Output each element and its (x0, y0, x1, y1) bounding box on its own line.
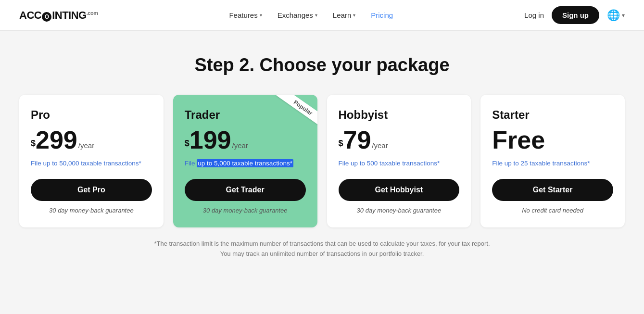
plan-description-pro: File up to 50,000 taxable transactions* (31, 159, 152, 168)
plan-card-pro: Pro $ 299 /year File up to 50,000 taxabl… (19, 95, 164, 227)
main-content: Step 2. Choose your package Pro $ 299 /y… (0, 31, 644, 273)
chevron-down-icon: ▾ (315, 13, 317, 18)
footnote: *The transaction limit is the maximum nu… (149, 239, 495, 259)
plan-description-starter: File up to 25 taxable transactions* (492, 159, 613, 168)
plan-period-trader: /year (232, 141, 248, 150)
get-hobbyist-button[interactable]: Get Hobbyist (339, 179, 460, 201)
plan-guarantee-hobbyist: 30 day money-back guarantee (339, 207, 460, 214)
plan-price-hobbyist: $ 79 /year (339, 127, 460, 152)
plan-card-hobbyist: Hobbyist $ 79 /year File up to 500 taxab… (327, 95, 471, 227)
plan-currency-hobbyist: $ (339, 138, 343, 149)
get-trader-button[interactable]: Get Trader (185, 179, 306, 201)
plan-guarantee-pro: 30 day money-back guarantee (31, 207, 152, 214)
plan-price-starter: Free (492, 127, 613, 152)
plan-guarantee-trader: 30 day money-back guarantee (185, 207, 306, 214)
plan-description-highlight: up to 5,000 taxable transactions* (197, 159, 293, 167)
plan-currency-trader: $ (185, 138, 189, 149)
chevron-down-icon: ▾ (622, 12, 625, 19)
plan-description-trader: File up to 5,000 taxable transactions* (185, 159, 306, 168)
plan-card-trader: Popular Trader $ 199 /year File up to 5,… (173, 95, 317, 227)
plan-period-hobbyist: /year (372, 141, 388, 150)
get-pro-button[interactable]: Get Pro (31, 179, 152, 201)
plan-amount-pro: 299 (36, 127, 77, 152)
get-starter-button[interactable]: Get Starter (492, 179, 613, 201)
plan-name-trader: Trader (185, 108, 306, 122)
plan-price-trader: $ 199 /year (185, 127, 306, 152)
nav-learn[interactable]: Learn ▾ (333, 11, 355, 19)
plan-description-before: File (185, 160, 197, 167)
nav-pricing[interactable]: Pricing (371, 11, 393, 19)
plan-amount-starter: Free (492, 127, 545, 152)
chevron-down-icon: ▾ (260, 13, 262, 18)
signup-button[interactable]: Sign up (552, 6, 599, 24)
language-selector[interactable]: 🌐 ▾ (607, 9, 625, 22)
plan-period-pro: /year (78, 141, 94, 150)
plan-currency-pro: $ (31, 138, 36, 149)
plan-price-pro: $ 299 /year (31, 127, 152, 152)
plan-name-hobbyist: Hobbyist (339, 108, 460, 122)
logo-text: ACCOINTING.com (19, 9, 98, 21)
plan-guarantee-starter: No credit card needed (492, 207, 613, 214)
nav-features[interactable]: Features ▾ (229, 11, 262, 19)
plan-name-pro: Pro (31, 108, 152, 122)
nav-center: Features ▾ Exchanges ▾ Learn ▾ Pricing (229, 11, 393, 19)
nav-right: Log in Sign up 🌐 ▾ (524, 6, 625, 24)
plan-amount-hobbyist: 79 (343, 127, 371, 152)
pricing-grid: Pro $ 299 /year File up to 50,000 taxabl… (19, 95, 625, 227)
plan-name-starter: Starter (492, 108, 613, 122)
chevron-down-icon: ▾ (353, 13, 355, 18)
logo[interactable]: ACCOINTING.com (19, 9, 98, 22)
plan-card-starter: Starter Free File up to 25 taxable trans… (480, 95, 625, 227)
globe-icon: 🌐 (607, 9, 620, 22)
nav-exchanges[interactable]: Exchanges ▾ (278, 11, 317, 19)
page-title: Step 2. Choose your package (194, 55, 449, 75)
navbar: ACCOINTING.com Features ▾ Exchanges ▾ Le… (0, 0, 644, 31)
plan-amount-trader: 199 (189, 127, 231, 152)
plan-description-hobbyist: File up to 500 taxable transactions* (339, 159, 460, 168)
login-button[interactable]: Log in (524, 11, 544, 19)
